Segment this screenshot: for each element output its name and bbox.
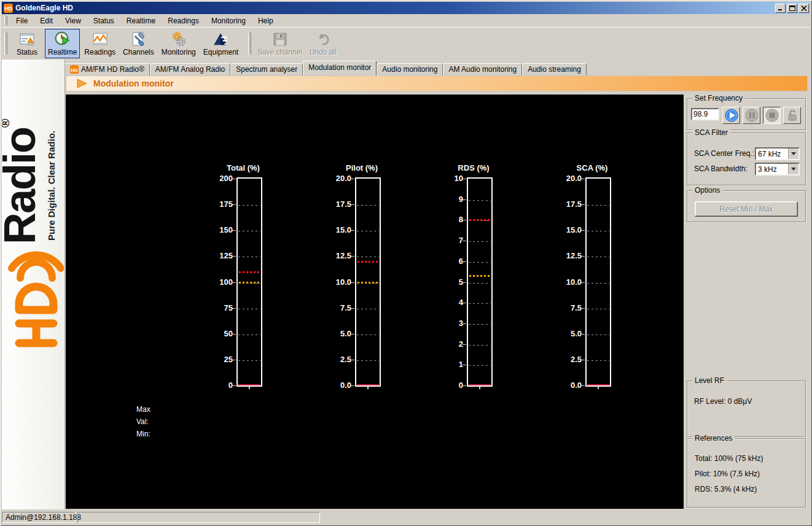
toolbar-save-channel-button[interactable]: Save channel xyxy=(254,29,305,58)
toolbar-equipment-button[interactable]: Equipment xyxy=(200,29,241,58)
tab-audio-monitoring[interactable]: Audio monitoring xyxy=(377,63,443,75)
gridline xyxy=(357,205,379,206)
minimize-button[interactable] xyxy=(775,4,786,13)
menu-monitoring[interactable]: Monitoring xyxy=(205,15,252,26)
app-window: HD GoldenEagle HD FileEditViewStatusReal… xyxy=(0,0,812,526)
gridline xyxy=(238,360,260,361)
gridline xyxy=(357,335,379,335)
options-group-label: Options xyxy=(692,186,722,195)
meter-title: RDS (%) xyxy=(437,163,510,172)
tab-am-audio-monitoring[interactable]: AM Audio monitoring xyxy=(443,63,522,75)
tick-label: 15.0 xyxy=(553,225,582,234)
gridline xyxy=(469,262,491,263)
options-group: Options Reset Min / Max xyxy=(687,190,806,222)
tick-label: 17.5 xyxy=(553,199,582,209)
menu-edit[interactable]: Edit xyxy=(34,15,59,26)
gridline xyxy=(357,309,379,309)
tick-label: 10 xyxy=(435,174,463,183)
gridline xyxy=(469,200,491,201)
chevron-down-icon[interactable] xyxy=(788,149,798,159)
tab-am-fm-hd-radio[interactable]: HDAM/FM HD Radio® xyxy=(64,63,150,75)
menu-grip-handle[interactable] xyxy=(4,16,7,25)
menu-readings[interactable]: Readings xyxy=(162,15,205,26)
toolbar-realtime-button[interactable]: Realtime xyxy=(45,29,80,58)
tick-mark xyxy=(581,230,585,231)
tick-label: 200 xyxy=(205,174,233,183)
realtime-icon xyxy=(55,31,71,47)
meter-box xyxy=(355,177,381,387)
pause-button[interactable] xyxy=(743,107,760,124)
red-threshold-line xyxy=(239,271,260,273)
brand-banner: Radio® Pure Digital. Clear Radio. xyxy=(2,60,65,509)
meter-pilot: Pilot (%)20.017.515.012.510.07.55.02.50.… xyxy=(323,163,386,396)
toolbar-status-button[interactable]: Status xyxy=(10,29,44,58)
tab-bar: HDAM/FM HD Radio®AM/FM Analog RadioSpect… xyxy=(64,61,587,75)
menu-realtime[interactable]: Realtime xyxy=(120,15,162,26)
tick-mark xyxy=(581,204,585,205)
toolbar: StatusRealtimeReadingsChannelsMonitoring… xyxy=(2,27,810,60)
reset-min-max-button[interactable]: Reset Min / Max xyxy=(695,201,798,217)
orange-threshold-line xyxy=(357,282,378,284)
tick-mark xyxy=(232,385,236,386)
tab-spectrum-analyser[interactable]: Spectrum analyser xyxy=(230,63,303,75)
chevron-down-icon[interactable] xyxy=(788,164,798,174)
menu-help[interactable]: Help xyxy=(252,15,279,26)
tab-audio-streaming[interactable]: Audio streaming xyxy=(522,63,587,75)
toolbar-actions: Save channelUndo all xyxy=(254,29,340,58)
tick-label: 0 xyxy=(205,381,233,390)
menu-status[interactable]: Status xyxy=(87,15,120,26)
frequency-input[interactable] xyxy=(691,108,719,120)
hd-radio-logo xyxy=(6,246,64,353)
equipment-icon xyxy=(213,31,228,47)
close-button[interactable] xyxy=(798,4,809,13)
meter-title: SCA (%) xyxy=(555,163,629,172)
lock-button[interactable] xyxy=(783,107,801,124)
tick-label: 175 xyxy=(205,199,233,209)
toolbar-readings-button[interactable]: Readings xyxy=(81,29,119,58)
toolbar-undo-all-button[interactable]: Undo all xyxy=(306,29,340,58)
tick-mark xyxy=(463,261,466,262)
set-frequency-group-label: Set Frequency xyxy=(692,94,745,102)
gridline xyxy=(587,360,609,361)
tick-label: 12.5 xyxy=(323,251,351,260)
tick-mark xyxy=(351,179,354,179)
toolbar-grip-handle[interactable] xyxy=(4,33,7,55)
tick-label: 7.5 xyxy=(553,303,582,312)
toolbar-save-channel-label: Save channel xyxy=(257,48,302,56)
gridline xyxy=(238,309,260,309)
reference-line: Total: 100% (75 kHz) xyxy=(695,454,763,463)
play-button[interactable] xyxy=(722,107,740,124)
tick-mark xyxy=(463,282,466,283)
tick-mark xyxy=(463,199,466,200)
sca-bandwidth-select[interactable]: 3 kHz xyxy=(755,163,800,176)
menu-view[interactable]: View xyxy=(59,15,87,26)
value-bar xyxy=(238,384,260,385)
tick-mark xyxy=(463,323,466,324)
svg-text:HD: HD xyxy=(71,67,78,72)
bottom-tick-mark xyxy=(249,387,250,389)
toolbar-grip-handle-2[interactable] xyxy=(248,33,251,55)
toolbar-channels-button[interactable]: Channels xyxy=(120,29,157,58)
tab-modulation-monitor[interactable]: Modulation monitor xyxy=(303,61,377,75)
sca-center-freq-select[interactable]: 67 kHz xyxy=(755,147,800,160)
toolbar-equipment-label: Equipment xyxy=(203,48,238,56)
menu-file[interactable]: File xyxy=(10,15,34,26)
window-title: GoldenEagle HD xyxy=(15,4,774,12)
brand-name: Radio® xyxy=(2,118,45,244)
meter-sca: SCA (%)20.017.515.012.510.07.55.02.50.0 xyxy=(553,163,616,396)
tab-label: Spectrum analyser xyxy=(236,65,297,74)
sca-filter-group-label: SCA Filter xyxy=(692,128,730,137)
maximize-button[interactable] xyxy=(787,4,797,13)
tick-mark xyxy=(232,334,236,335)
tab-am-fm-analog-radio[interactable]: AM/FM Analog Radio xyxy=(150,63,230,75)
tick-label: 2 xyxy=(435,339,463,349)
gridline xyxy=(469,303,491,304)
arrow-right-icon xyxy=(76,79,88,88)
tick-label: 5.0 xyxy=(323,329,351,338)
tab-label: AM/FM Analog Radio xyxy=(155,65,225,74)
toolbar-monitoring-button[interactable]: Monitoring xyxy=(158,29,199,58)
tick-mark xyxy=(232,230,236,231)
stop-button[interactable] xyxy=(763,107,781,124)
tick-label: 6 xyxy=(435,257,463,266)
tick-label: 5.0 xyxy=(553,329,582,338)
